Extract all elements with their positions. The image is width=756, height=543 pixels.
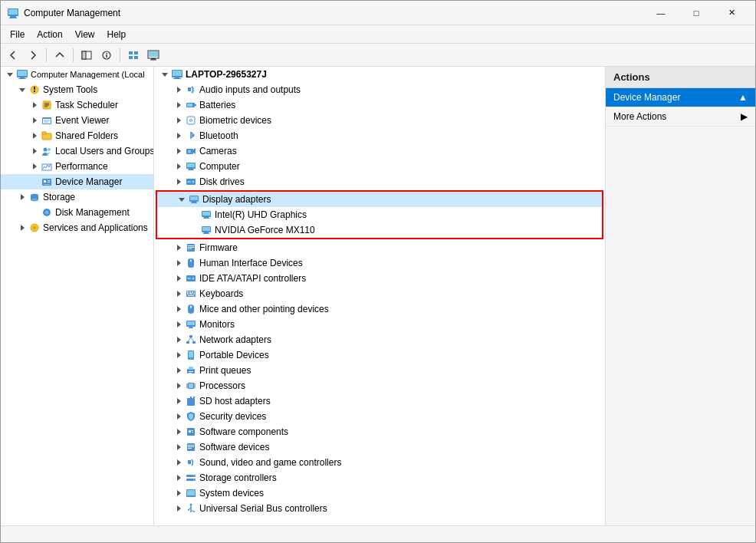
up-button[interactable] — [51, 46, 69, 64]
back-button[interactable] — [4, 46, 22, 64]
network-item[interactable]: Network adapters — [154, 332, 605, 347]
audio-expand[interactable] — [173, 84, 185, 96]
bio-expand[interactable] — [173, 114, 185, 127]
sound-item[interactable]: Sound, video and game controllers — [154, 455, 605, 470]
services-item[interactable]: Services and Applications — [1, 220, 153, 235]
sw-comp-item[interactable]: Software components — [154, 424, 605, 439]
bat-expand[interactable] — [173, 99, 185, 111]
portable-item[interactable]: Portable Devices — [154, 347, 605, 363]
comp-expand[interactable] — [159, 68, 171, 81]
keyboards-item[interactable]: Keyboards — [154, 286, 605, 301]
print-expand[interactable] — [173, 364, 185, 377]
biometric-item[interactable]: Biometric devices — [154, 113, 605, 128]
net-expand[interactable] — [173, 334, 185, 346]
intel-uhd-item[interactable]: Intel(R) UHD Graphics — [157, 207, 602, 222]
print-item[interactable]: Print queues — [154, 363, 605, 378]
computer-item[interactable]: Computer — [154, 159, 605, 174]
close-button[interactable]: ✕ — [714, 1, 749, 25]
device-manager-item[interactable]: Device Manager — [1, 174, 153, 189]
proc-item[interactable]: Processors — [154, 378, 605, 393]
net-label: Network adapters — [199, 334, 271, 345]
sd-expand[interactable] — [173, 395, 185, 407]
sys-dev-item[interactable]: System devices — [154, 485, 605, 501]
menu-help[interactable]: Help — [101, 28, 133, 41]
monitor-button[interactable] — [144, 46, 163, 64]
event-viewer-item[interactable]: Event Viewer — [1, 113, 153, 128]
storage-expand[interactable] — [16, 191, 28, 203]
disk-management-item[interactable]: Disk Management — [1, 205, 153, 220]
forward-button[interactable] — [24, 46, 42, 64]
nvidia-item[interactable]: NVIDIA GeForce MX110 — [157, 222, 602, 238]
ide-expand[interactable] — [173, 272, 185, 285]
event-expand[interactable] — [28, 114, 41, 127]
storage-item[interactable]: Storage — [1, 189, 153, 205]
sd-item[interactable]: SD host adapters — [154, 393, 605, 409]
stc-expand[interactable] — [173, 472, 185, 484]
sec-expand[interactable] — [173, 410, 185, 423]
system-tools-item[interactable]: System Tools — [1, 82, 153, 97]
services-expand[interactable] — [16, 222, 28, 234]
performance-item[interactable]: Performance — [1, 159, 153, 174]
menu-view[interactable]: View — [69, 28, 101, 41]
fw-expand[interactable] — [173, 242, 185, 254]
firmware-item[interactable]: Firmware — [154, 240, 605, 255]
task-scheduler-item[interactable]: Task Scheduler — [1, 97, 153, 113]
proc-expand[interactable] — [173, 380, 185, 392]
swc-expand[interactable] — [173, 426, 185, 438]
menu-file[interactable]: File — [4, 28, 31, 41]
cam-expand[interactable] — [173, 145, 185, 157]
da-expand[interactable] — [176, 193, 188, 206]
svg-point-8 — [106, 52, 107, 54]
services-icon — [28, 222, 41, 234]
sound-expand[interactable] — [173, 456, 185, 469]
more-actions[interactable]: More Actions ▶ — [606, 107, 755, 127]
bt-expand[interactable] — [173, 130, 185, 142]
minimize-button[interactable]: — — [643, 1, 679, 25]
shared-folders-item[interactable]: Shared Folders — [1, 128, 153, 143]
root-expand[interactable] — [4, 68, 16, 81]
disk-expand[interactable] — [28, 206, 41, 219]
users-expand[interactable] — [28, 145, 41, 157]
main-content: Computer Management (Local System — [1, 67, 755, 525]
swd-expand[interactable] — [173, 441, 185, 453]
devmgr-expand[interactable] — [28, 176, 41, 188]
cameras-item[interactable]: Cameras — [154, 143, 605, 159]
batteries-item[interactable]: Batteries — [154, 97, 605, 113]
mon-expand[interactable] — [173, 318, 185, 331]
display-adapters-item[interactable]: Display adapters — [157, 192, 602, 207]
svg-rect-19 — [20, 77, 25, 78]
menu-action[interactable]: Action — [31, 28, 68, 41]
hid-item[interactable]: Human Interface Devices — [154, 255, 605, 271]
root-item[interactable]: Computer Management (Local — [1, 67, 153, 82]
view-button[interactable] — [124, 46, 143, 64]
ide-item[interactable]: IDE ATA/ATAPI controllers — [154, 271, 605, 286]
mice-item[interactable]: Mice and other pointing devices — [154, 301, 605, 317]
dd-expand[interactable] — [173, 176, 185, 188]
usb-item[interactable]: Universal Serial Bus controllers — [154, 501, 605, 516]
properties-button[interactable] — [97, 46, 116, 64]
monitors-item[interactable]: Monitors — [154, 317, 605, 332]
perf-expand[interactable] — [28, 160, 41, 173]
hid-expand[interactable] — [173, 257, 185, 269]
disk-drives-item[interactable]: Disk drives — [154, 174, 605, 189]
syd-expand[interactable] — [173, 487, 185, 499]
shared-expand[interactable] — [28, 130, 41, 142]
comp2-expand[interactable] — [173, 160, 185, 173]
usb-expand[interactable] — [173, 502, 185, 515]
device-manager-action[interactable]: Device Manager ▲ — [606, 88, 755, 107]
bluetooth-item[interactable]: Bluetooth — [154, 128, 605, 143]
local-users-item[interactable]: Local Users and Groups — [1, 143, 153, 159]
kb-expand[interactable] — [173, 288, 185, 300]
monitors-label: Monitors — [199, 319, 235, 330]
port-expand[interactable] — [173, 349, 185, 361]
audio-item[interactable]: Audio inputs and outputs — [154, 82, 605, 97]
task-expand[interactable] — [28, 99, 41, 111]
show-hide-button[interactable] — [77, 46, 96, 64]
system-tools-expand[interactable] — [16, 84, 28, 96]
computer-root[interactable]: LAPTOP-2965327J — [154, 67, 605, 82]
storage-ctrl-item[interactable]: Storage controllers — [154, 470, 605, 485]
security-item[interactable]: Security devices — [154, 409, 605, 424]
mice-expand[interactable] — [173, 303, 185, 315]
sw-dev-item[interactable]: Software devices — [154, 439, 605, 455]
maximize-button[interactable]: □ — [679, 1, 714, 25]
